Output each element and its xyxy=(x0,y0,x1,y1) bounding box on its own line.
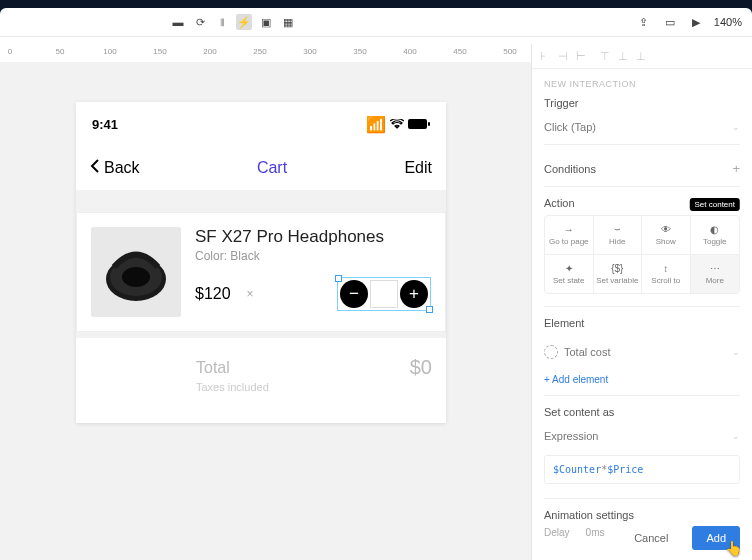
remove-button[interactable]: × xyxy=(247,287,254,301)
battery-icon xyxy=(408,115,430,133)
panel-footer: Cancel Add 👆 xyxy=(532,516,752,560)
wifi-icon xyxy=(390,115,404,133)
chevron-left-icon xyxy=(90,158,100,178)
action-go-to-page[interactable]: →Go to page xyxy=(545,216,594,255)
product-variant: Color: Black xyxy=(195,249,431,263)
artboard-cart[interactable]: 9:41 📶 Back Cart Edit xyxy=(76,102,446,423)
layers-icon[interactable]: ▣ xyxy=(258,14,274,30)
product-price: $120 xyxy=(195,285,231,303)
action-show[interactable]: 👁Show xyxy=(642,216,691,255)
folder-icon[interactable]: ▬ xyxy=(170,14,186,30)
target-icon xyxy=(544,345,558,359)
cart-item[interactable]: SF X27 Pro Headphones Color: Black $120 … xyxy=(76,212,446,332)
add-button[interactable]: Add 👆 xyxy=(692,526,740,550)
signal-icon: 📶 xyxy=(366,115,386,134)
panel-heading: NEW INTERACTION xyxy=(544,79,740,89)
action-more[interactable]: ⋯More xyxy=(691,255,740,293)
element-label: Element xyxy=(544,317,740,329)
quantity-control[interactable]: − + xyxy=(337,277,431,311)
svg-rect-1 xyxy=(408,119,427,129)
back-button[interactable]: Back xyxy=(90,158,140,178)
conditions-label: Conditions xyxy=(544,163,596,175)
svg-point-5 xyxy=(122,267,150,287)
action-set-state[interactable]: ✦Set state xyxy=(545,255,594,293)
status-bar: 9:41 📶 xyxy=(76,102,446,146)
inspector-panel: ⊦ ⊣ ⊢ ⊤ ⊥ ⊥ NEW INTERACTION Trigger Clic… xyxy=(531,44,752,560)
chevron-down-icon: ⌄ xyxy=(732,122,740,132)
trigger-label: Trigger xyxy=(544,97,740,109)
add-condition-button[interactable]: + xyxy=(732,161,740,176)
minus-button[interactable]: − xyxy=(340,280,368,308)
tooltip: Set content xyxy=(690,198,740,211)
lightning-icon[interactable]: ⚡ xyxy=(236,14,252,30)
set-content-as-label: Set content as xyxy=(544,406,740,418)
align-bottom-icon[interactable]: ⊥ xyxy=(636,50,648,62)
cursor-icon: 👆 xyxy=(725,540,742,556)
align-middle-icon[interactable]: ⊥ xyxy=(618,50,630,62)
tax-note: Taxes included xyxy=(196,381,432,393)
svg-rect-2 xyxy=(428,122,430,126)
action-hide[interactable]: ⌣Hide xyxy=(594,216,643,255)
share-icon[interactable]: ⇪ xyxy=(636,14,652,30)
element-dropdown[interactable]: Total cost ⌄ xyxy=(544,335,740,370)
total-label: Total xyxy=(196,359,230,377)
chevron-down-icon: ⌄ xyxy=(732,431,740,441)
svg-point-0 xyxy=(396,126,398,128)
components-icon[interactable]: ▦ xyxy=(280,14,296,30)
expression-input[interactable]: $Counter*$Price xyxy=(544,455,740,484)
add-element-button[interactable]: + Add element xyxy=(544,374,740,385)
nav-title: Cart xyxy=(257,159,287,177)
play-icon[interactable]: ▶ xyxy=(688,14,704,30)
align-center-icon[interactable]: ⊣ xyxy=(558,50,570,62)
canvas[interactable]: 9:41 📶 Back Cart Edit xyxy=(0,62,532,560)
cancel-button[interactable]: Cancel xyxy=(620,526,682,550)
align-right-icon[interactable]: ⊢ xyxy=(576,50,588,62)
action-toggle[interactable]: ◐ToggleSet content xyxy=(691,216,740,255)
ruler: 0 50 100 150 200 250 300 350 400 450 500 xyxy=(0,44,532,62)
zoom-level[interactable]: 140% xyxy=(714,16,742,28)
action-grid: →Go to page ⌣Hide 👁Show ◐ToggleSet conte… xyxy=(544,215,740,294)
totals-section: Total $0 Taxes included xyxy=(76,338,446,423)
product-title: SF X27 Pro Headphones xyxy=(195,227,431,247)
time-label: 9:41 xyxy=(92,117,118,132)
device-icon[interactable]: ▭ xyxy=(662,14,678,30)
app-window: ▬ ⟳ ⦀ ⚡ ▣ ▦ ⇪ ▭ ▶ 140% 0 50 100 150 200 … xyxy=(0,8,752,560)
product-image xyxy=(91,227,181,317)
top-toolbar: ▬ ⟳ ⦀ ⚡ ▣ ▦ ⇪ ▭ ▶ 140% xyxy=(0,8,752,37)
action-scroll-to[interactable]: ↕Scroll to xyxy=(642,255,691,293)
sync-icon[interactable]: ⟳ xyxy=(192,14,208,30)
plus-button[interactable]: + xyxy=(400,280,428,308)
quantity-input[interactable] xyxy=(370,280,398,308)
trigger-dropdown[interactable]: Click (Tap) ⌄ xyxy=(544,115,740,140)
align-top-icon[interactable]: ⊤ xyxy=(600,50,612,62)
set-as-dropdown[interactable]: Expression ⌄ xyxy=(544,424,740,449)
total-value: $0 xyxy=(410,356,432,379)
spacing-icon[interactable]: ⦀ xyxy=(214,14,230,30)
align-left-icon[interactable]: ⊦ xyxy=(540,50,552,62)
action-set-variable[interactable]: {$}Set variable xyxy=(594,255,643,293)
align-tools: ⊦ ⊣ ⊢ ⊤ ⊥ ⊥ xyxy=(532,44,752,69)
nav-bar: Back Cart Edit xyxy=(76,146,446,190)
chevron-down-icon: ⌄ xyxy=(732,347,740,357)
edit-button[interactable]: Edit xyxy=(404,159,432,177)
